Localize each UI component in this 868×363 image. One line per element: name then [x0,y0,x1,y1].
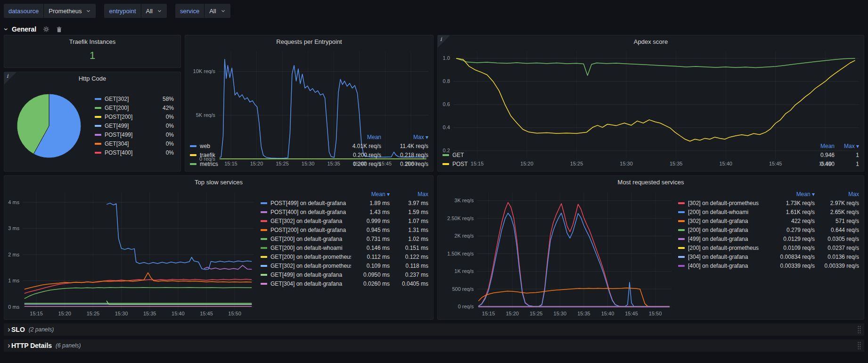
legend-series-name[interactable]: GET[200] on default-grafana [270,236,342,242]
variable-service-value: All [209,8,216,15]
legend-series-name[interactable]: POST[499] on default-grafana [270,200,346,206]
legend-percent-value: 0% [157,123,174,129]
legend-series-name[interactable]: GET [452,152,464,158]
legend-row: [200] on default-grafana0.279 req/s0.644… [678,225,859,234]
panel-most-requested-services: Most requested services 0 req/s500 req/s… [437,175,864,320]
legend-series-name[interactable]: POST[200] on default-grafana [270,227,346,233]
series-color-marker [95,134,101,136]
panel-title[interactable]: Top slow services [4,176,433,188]
legend-series-name[interactable]: [499] on default-grafana [688,236,748,242]
row-title: SLO [11,326,25,333]
legend-max-value: 0.118 ms [390,263,428,269]
legend-row: POST0.4901 [442,159,859,168]
legend-sort-max[interactable]: Max ▾ [835,143,859,149]
legend-series-name[interactable]: [200] on default-prometheus [688,245,759,251]
legend-row: GET[499] on default-grafana0.0950 ms0.23… [261,270,428,279]
legend-series-name[interactable]: GET[200] on default-whoami [270,245,343,251]
legend-max-value: 11.4K req/s [381,143,428,149]
legend-sort-max[interactable]: Max [390,191,428,198]
row-panel-count: (6 panels) [56,342,81,349]
panel-requests-per-entrypoint: Requests per Entrypoint 0 req/s5K req/s1… [185,35,434,172]
most-requested-chart[interactable]: 0 req/s500 req/s1K req/s1.50K req/s2K re… [438,188,676,318]
legend-series-name[interactable]: GET[304] [105,140,129,147]
legend-series-name[interactable]: GET[304] on default-grafana [270,280,342,287]
legend-sort-mean[interactable]: Mean ▾ [770,191,815,198]
legend-series-name[interactable]: web [200,143,210,149]
series-color-marker [678,220,685,222]
row-slo[interactable]: › SLO (2 panels) [4,323,864,336]
panel-info-icon[interactable]: i [4,72,16,84]
row-drag-handle[interactable] [857,325,861,334]
legend-mean-value: 0.999 ms [351,218,390,224]
chart-svg[interactable]: 0 ms1 ms2 ms3 ms4 ms15:1515:2015:2515:30… [4,188,259,318]
series-color-marker [261,247,267,249]
legend-sort-max[interactable]: Max [815,191,859,198]
row-http-details[interactable]: › HTTP Details (6 panels) [4,339,864,352]
legend-series-name[interactable]: traefik [200,152,215,158]
legend-row: POST[499]0% [95,131,174,140]
svg-text:3K req/s: 3K req/s [454,198,474,203]
series-color-marker [261,238,267,240]
legend-mean-value: 1.89 ms [351,200,390,206]
legend-mean-value: 0.0260 ms [351,280,390,287]
panel-title[interactable]: Requests per Entrypoint [185,35,433,48]
legend-series-name[interactable]: GET[200] [105,105,129,111]
svg-text:15:20: 15:20 [506,311,519,316]
panel-title[interactable]: Http Code [4,72,180,84]
series-color-marker [678,256,685,258]
legend-series-name[interactable]: [304] on default-grafana [688,254,748,260]
legend-series-name[interactable]: [302] on default-grafana [688,218,748,224]
series-color-marker [678,229,685,231]
legend-series-name[interactable]: [200] on default-grafana [688,227,748,233]
legend-series-name[interactable]: POST[200] [105,114,132,120]
series-color-marker [261,283,267,285]
legend-series-name[interactable]: POST [452,161,468,167]
legend-series-name[interactable]: GET[499] [105,123,129,129]
top-slow-chart[interactable]: 0 ms1 ms2 ms3 ms4 ms15:1515:2015:2515:30… [4,188,259,318]
legend-series-name[interactable]: GET[302] on default-prometheus [270,263,351,269]
legend-row: web4.01K req/s11.4K req/s [190,141,428,150]
trash-icon[interactable] [56,26,62,33]
requests-chart[interactable]: 0 req/s5K req/s10K req/s15:1515:2015:251… [185,48,433,132]
legend-sort-mean[interactable]: Mean [334,134,381,140]
legend-sort-mean[interactable]: Mean ▾ [351,191,390,198]
legend-mean-value: 0.279 req/s [770,227,815,233]
svg-text:15:45: 15:45 [200,311,213,316]
http-code-pie-chart[interactable] [16,93,82,158]
series-color-marker [95,107,101,109]
legend-series-name[interactable]: GET[200] on default-prometheus [270,254,351,260]
legend-series-name[interactable]: metrics [200,161,218,167]
legend-series-name[interactable]: GET[499] on default-grafana [270,272,342,278]
row-panel-count: (2 panels) [29,326,54,333]
panel-title[interactable]: Traefik Instances [4,35,180,48]
legend-percent-value: 0% [157,149,174,156]
row-title: General [12,25,36,33]
series-color-marker [95,143,101,145]
gear-icon[interactable] [43,26,49,33]
legend-row: GET[304]0% [95,140,174,148]
variable-service-dropdown[interactable]: All [205,4,230,18]
panel-traefik-instances: Traefik Instances 1 [4,35,181,68]
variable-entrypoint-dropdown[interactable]: All [141,4,167,18]
apdex-chart[interactable]: 0.20.40.60.81.015:1515:2015:2515:3015:35… [438,48,864,141]
legend-series-name[interactable]: [400] on default-grafana [688,263,748,269]
svg-text:1.0: 1.0 [443,55,450,61]
legend-series-name[interactable]: GET[302] on default-grafana [270,218,342,224]
row-general-collapse-toggle[interactable]: › General [4,25,36,33]
legend-sort-max[interactable]: Max ▾ [381,134,428,140]
legend-sort-mean[interactable]: Mean [801,143,835,149]
legend-series-name[interactable]: POST[499] [105,132,132,138]
legend-series-name[interactable]: [302] on default-prometheus [688,200,759,206]
variable-datasource-dropdown[interactable]: Prometheus [44,4,96,18]
legend-series-name[interactable]: POST[400] on default-grafana [270,209,346,215]
legend-series-name[interactable]: [200] on default-whoami [688,209,748,215]
panel-info-icon[interactable]: i [438,35,450,48]
legend-max-value: 1.07 ms [390,218,428,224]
chart-svg[interactable]: 0 req/s500 req/s1K req/s1.50K req/s2K re… [438,188,676,318]
row-drag-handle[interactable] [857,341,861,350]
panel-title[interactable]: Most requested services [438,176,864,188]
legend-series-name[interactable]: POST[400] [105,149,132,156]
legend-mean-value: 4.01K req/s [334,143,381,149]
legend-series-name[interactable]: GET[302] [105,96,129,102]
panel-title[interactable]: Apdex score [438,35,864,48]
